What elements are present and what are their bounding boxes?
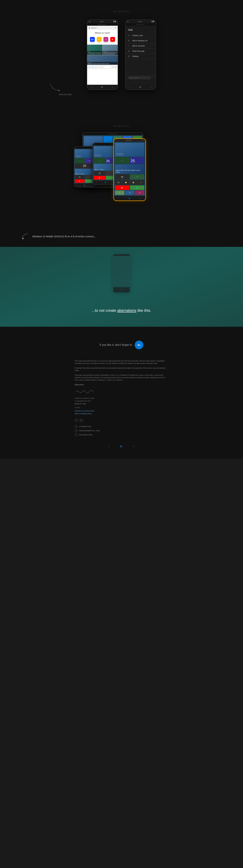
- nokia-news-tile: Obama starts 2016 with a fight over gun …: [115, 164, 144, 174]
- section-devices: Microsoft Microsoft Joe Belfiore 2 misse…: [0, 115, 243, 247]
- small-date: 25: [75, 163, 94, 168]
- news-headline-belgium: Belgium arrest two suspects of planning …: [88, 63, 117, 64]
- where-next-title: Where to next?: [89, 32, 116, 34]
- search-btn-2[interactable]: ○: [150, 86, 151, 88]
- devices-container: Microsoft Joe Belfiore 2 missed calls 💬 …: [74, 132, 169, 229]
- youtube-icon: ▶: [110, 37, 115, 42]
- section-footer: If you like it, don't forget to Be The p…: [0, 327, 243, 459]
- hub-item-note[interactable]: ✎ Create a note: [125, 33, 156, 38]
- footer-win[interactable]: ⊞: [120, 444, 122, 448]
- hub-item-settings[interactable]: ⚙ Settings: [125, 54, 156, 59]
- status-icons-1: ▐▐ ▊: [113, 21, 116, 22]
- hub-item-share[interactable]: ⊡ Share this page: [125, 49, 156, 54]
- bing-app[interactable]: b Bing: [97, 37, 101, 43]
- news-cell-belgium[interactable]: Belgium Belgium arrest two suspects of p…: [87, 55, 118, 65]
- refresh-icon[interactable]: ↻: [115, 27, 116, 29]
- search-bar-1[interactable]: 🔍 Search or browse: [91, 66, 112, 69]
- nokia-subtitle: 2 missed calls: [116, 155, 144, 156]
- small-phone-screen: Joe Belfiore 2 missed calls 📞 Fri 25 Oba…: [74, 149, 95, 184]
- nokia-person-tile: Joe Belfiore 2 missed calls: [115, 143, 144, 157]
- youtube-label: YouTube: [110, 42, 115, 43]
- med-cam-tile: 📷: [94, 171, 105, 176]
- small-back[interactable]: ‹: [77, 184, 78, 186]
- back-btn-2[interactable]: ‹: [130, 86, 130, 88]
- nokia-search[interactable]: ○: [140, 197, 141, 199]
- refresh-icon-bottom[interactable]: ↻: [113, 66, 114, 68]
- youtube-app[interactable]: ▶ YouTube: [110, 37, 115, 43]
- nokia-win[interactable]: ⊞: [128, 197, 130, 199]
- lock-icon: 🔒: [89, 27, 90, 29]
- arrow-icon: [21, 233, 30, 240]
- history-icon[interactable]: ◷: [89, 66, 90, 68]
- hub-title: Hub: [125, 28, 156, 33]
- favorites-icon: ☆: [128, 45, 130, 47]
- med-win[interactable]: ⊞: [104, 181, 106, 184]
- phone-frame-1: atl 09:40 ▐▐ ▊ Microsoft 🔒 bing.com ↻ Wh…: [87, 20, 118, 90]
- nokia-back[interactable]: ‹: [118, 197, 119, 199]
- tabs-icon[interactable]: ⊟: [115, 66, 116, 68]
- svg-marker-1: [22, 238, 24, 240]
- windows-btn-1[interactable]: ⊞: [101, 86, 103, 88]
- tablet-win[interactable]: ⊞: [112, 184, 113, 187]
- nokia-day-tile: Fri 25: [130, 157, 145, 164]
- status-icons-2: ▐▐ ▊: [151, 21, 154, 22]
- small-win[interactable]: ⊞: [84, 184, 85, 186]
- noncommercial-icon: $: [74, 429, 78, 432]
- search-btn-1[interactable]: ○: [112, 86, 113, 88]
- behance-like-icon: Be: [138, 344, 141, 346]
- nokia-time: 09:40: [142, 140, 144, 141]
- small-news-tile: Obama sta... a fight ove...: [75, 169, 94, 175]
- instagram-app[interactable]: ◎ Instagram: [103, 37, 108, 43]
- hub-item-reading[interactable]: ☰ Add to Reading List: [125, 38, 156, 43]
- behance-app[interactable]: Be Behance: [90, 37, 95, 43]
- bing-label: Bing: [97, 42, 101, 43]
- hub-item-favorites[interactable]: ☆ Add to Favorites: [125, 43, 156, 49]
- aberration-text-highlighted: aberrations: [117, 308, 136, 313]
- news-cell-argentina[interactable]: Argentina Great march against Macri on d…: [102, 44, 118, 55]
- cc-icon-by: BY: [80, 419, 83, 422]
- footer-copyright: © Copyright 2015-2016: [74, 400, 169, 402]
- small-news-text: Obama sta... a fight ove...: [75, 174, 94, 175]
- phone-small-frame: atl 09:40 Joe Belfiore 2 missed calls 📞 …: [74, 146, 95, 187]
- news-headline-argentina: Great march against Macri on day of disc…: [103, 52, 117, 55]
- reading-icon: ☰: [128, 39, 130, 42]
- brand-bar-1: Microsoft: [87, 23, 118, 26]
- behance-label: Behance: [90, 42, 95, 43]
- hub-label-reading: Add to Reading List: [132, 40, 147, 42]
- small-carrier: atl: [75, 147, 76, 148]
- license-noderivates: ≠ NO DERIVATES: [74, 433, 169, 436]
- note-icon: ✎: [128, 34, 130, 37]
- license-items: © ATTRIBUTION $ NONCOMMERCIAL USE ≠ NO D…: [74, 425, 169, 436]
- facebook-link[interactable]: facebook.com/robsonricardo: [74, 410, 94, 412]
- footer-credits: Created by: Robson R. Jobs: [74, 397, 169, 399]
- aberration-text-after: like this.: [136, 308, 151, 313]
- small-bottom-tiles: ▶ 🐦: [75, 179, 94, 183]
- carrier-1: atl: [89, 21, 90, 22]
- footer-back[interactable]: ‹: [108, 444, 109, 448]
- med-phone-tile: 📞: [94, 158, 105, 163]
- small-person-tile: Joe Belfiore 2 missed calls: [75, 149, 94, 158]
- news-headline-brazil: City Hall makes new proposal to regulate…: [88, 52, 102, 55]
- aberration-phone-silhouette: ‹ ⊞ ○: [113, 254, 130, 292]
- news-cell-brazil[interactable]: Brazil City Hall makes new proposal to r…: [87, 44, 102, 55]
- small-phone-tile: 📞: [75, 158, 85, 163]
- license-attribution: © ATTRIBUTION: [74, 425, 169, 428]
- url-bar-1[interactable]: 🔒 bing.com ↻: [87, 26, 118, 30]
- twitter-link[interactable]: twitter.com/@jobsrobson: [74, 413, 92, 414]
- footer-search[interactable]: ○: [133, 444, 135, 448]
- nokia-person-name: Joe Belfiore: [116, 153, 144, 155]
- bottom-bar-1: ◷ 🔍 Search or browse ↻ ⊟: [87, 65, 118, 69]
- signature-svg: [74, 389, 95, 394]
- back-btn-1[interactable]: ‹: [92, 86, 92, 88]
- attribution-icon: ©: [74, 425, 78, 428]
- behance-like-button[interactable]: Be: [135, 341, 143, 349]
- footer-para-1: The project presented here has not, at a…: [74, 360, 169, 365]
- brand-label-1: Microsoft: [98, 24, 107, 25]
- small-search[interactable]: ○: [91, 184, 92, 186]
- windows-btn-2[interactable]: ⊞: [140, 86, 141, 88]
- url-text: bing.com: [91, 27, 114, 29]
- cc-icon-main: ©: [74, 419, 78, 422]
- nokia-brand: NOKIA: [126, 140, 132, 141]
- med-back[interactable]: ‹: [96, 181, 97, 184]
- nokia-carrier: atl: [115, 140, 116, 141]
